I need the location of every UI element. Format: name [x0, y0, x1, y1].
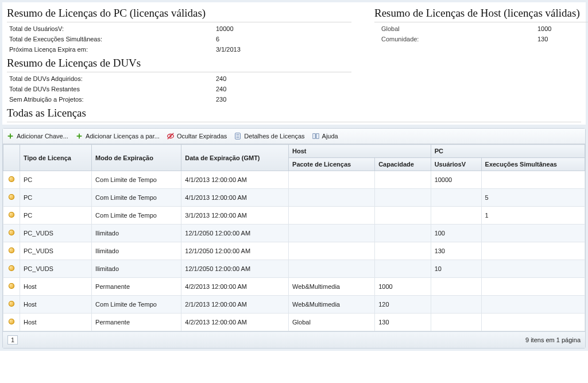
row-status-icon [3, 242, 20, 260]
cell-modo: Permanente [92, 278, 181, 296]
cell-usuarios: 10000 [431, 171, 481, 189]
help-label: Ajuda [322, 133, 338, 140]
cell-pacote [289, 189, 375, 207]
cell-pacote [289, 225, 375, 242]
col-data[interactable]: Data de Expiração (GMT) [181, 145, 289, 171]
cell-data: 12/1/2050 12:00:00 AM [181, 225, 289, 242]
row-status-icon [3, 278, 20, 296]
duv-summary-title: Resumo de Licenças de DUVs [7, 57, 351, 72]
cell-exec [481, 314, 585, 331]
table-row[interactable]: PC_VUDSIlimitado12/1/2050 12:00:00 AM130 [3, 242, 585, 260]
add-licenses-label: Adicionar Licenças a par... [86, 133, 160, 140]
svg-rect-1 [8, 136, 13, 137]
row-status-icon [3, 296, 20, 314]
col-exec[interactable]: Execuções Simultâneas [481, 158, 585, 171]
value: 230 [216, 96, 285, 103]
col-tipo[interactable]: Tipo de Licença [20, 145, 92, 171]
cell-capacidade [375, 207, 431, 225]
value: 6 [216, 36, 285, 42]
pc-summary-row: Total de UsuáriosV: 10000 [7, 24, 351, 34]
label: Total de UsuáriosV: [9, 25, 216, 32]
table-row[interactable]: PCCom Limite de Tempo3/1/2013 12:00:00 A… [3, 207, 585, 225]
cell-pacote [289, 260, 375, 278]
row-status-icon [3, 171, 20, 189]
cell-usuarios [431, 314, 481, 331]
cell-capacidade [375, 225, 431, 242]
cell-exec: 5 [481, 189, 585, 207]
duv-summary-row: Sem Atribuição a Projetos: 230 [7, 94, 351, 105]
cell-usuarios: 10 [431, 260, 481, 278]
cell-tipo: Host [20, 296, 92, 314]
pc-summary-row: Próxima Licença Expira em: 3/1/2013 [7, 44, 351, 55]
cell-tipo: PC [20, 171, 92, 189]
cell-data: 12/1/2050 12:00:00 AM [181, 242, 289, 260]
host-summary-row: Comunidade: 130 [374, 34, 588, 44]
cell-exec [481, 225, 585, 242]
details-button[interactable]: Detalhes de Licenças [234, 132, 304, 140]
cell-usuarios: 100 [431, 225, 481, 242]
row-status-icon [3, 207, 20, 225]
table-row[interactable]: PCCom Limite de Tempo4/1/2013 12:00:00 A… [3, 189, 585, 207]
cell-capacidade [375, 242, 431, 260]
cell-modo: Ilimitado [92, 260, 181, 278]
label: Total de DUVs Restantes [9, 86, 216, 92]
cell-pacote [289, 207, 375, 225]
cell-usuarios: 130 [431, 242, 481, 260]
col-capacidade[interactable]: Capacidade [375, 158, 431, 171]
table-row[interactable]: HostPermanente4/2/2013 12:00:00 AMWeb&Mu… [3, 278, 585, 296]
col-group-host: Host [289, 145, 431, 158]
pc-summary-title: Resumo de Licenças do PC (licenças válid… [7, 7, 351, 22]
cell-pacote: Web&Multimedia [289, 296, 375, 314]
cell-tipo: PC [20, 189, 92, 207]
cell-pacote: Web&Multimedia [289, 278, 375, 296]
pager-page-button[interactable]: 1 [7, 335, 18, 345]
host-summary-title: Resumo de Licenças de Host (licenças vál… [374, 7, 588, 22]
hide-expired-button[interactable]: Ocultar Expiradas [167, 132, 227, 140]
licenses-toolbar: Adicionar Chave... Adicionar Licenças a … [3, 129, 585, 144]
details-label: Detalhes de Licenças [244, 133, 304, 140]
cell-capacidade: 1000 [375, 278, 431, 296]
cell-exec: 1 [481, 207, 585, 225]
cell-usuarios [431, 278, 481, 296]
cell-modo: Com Limite de Tempo [92, 171, 181, 189]
cell-tipo: Host [20, 314, 92, 331]
add-key-button[interactable]: Adicionar Chave... [6, 132, 68, 140]
plus-icon [75, 132, 83, 140]
col-pacote[interactable]: Pacote de Licenças [289, 158, 375, 171]
cell-tipo: Host [20, 278, 92, 296]
col-usuarios[interactable]: UsuáriosV [431, 158, 481, 171]
cell-data: 2/1/2013 12:00:00 AM [181, 296, 289, 314]
cell-exec [481, 296, 585, 314]
row-status-icon [3, 260, 20, 278]
cell-data: 4/2/2013 12:00:00 AM [181, 278, 289, 296]
cell-tipo: PC_VUDS [20, 242, 92, 260]
document-icon [234, 132, 242, 140]
label: Sem Atribuição a Projetos: [9, 96, 216, 103]
table-row[interactable]: PC_VUDSIlimitado12/1/2050 12:00:00 AM10 [3, 260, 585, 278]
cell-data: 4/2/2013 12:00:00 AM [181, 314, 289, 331]
col-group-pc: PC [431, 145, 585, 158]
cell-data: 4/1/2013 12:00:00 AM [181, 189, 289, 207]
help-button[interactable]: Ajuda [312, 132, 338, 140]
cell-capacidade [375, 260, 431, 278]
all-licenses-title: Todas as Licenças [7, 107, 581, 122]
value: 240 [216, 75, 285, 82]
col-modo[interactable]: Modo de Expiração [92, 145, 181, 171]
book-icon [312, 132, 320, 140]
table-row[interactable]: HostCom Limite de Tempo2/1/2013 12:00:00… [3, 296, 585, 314]
eye-hide-icon [167, 132, 175, 140]
table-row[interactable]: PCCom Limite de Tempo4/1/2013 12:00:00 A… [3, 171, 585, 189]
cell-exec [481, 278, 585, 296]
cell-modo: Ilimitado [92, 242, 181, 260]
cell-tipo: PC_VUDS [20, 225, 92, 242]
cell-modo: Ilimitado [92, 225, 181, 242]
cell-pacote [289, 171, 375, 189]
cell-pacote: Global [289, 314, 375, 331]
table-row[interactable]: PC_VUDSIlimitado12/1/2050 12:00:00 AM100 [3, 225, 585, 242]
table-row[interactable]: HostPermanente4/2/2013 12:00:00 AMGlobal… [3, 314, 585, 331]
cell-usuarios [431, 296, 481, 314]
label: Global [377, 25, 537, 32]
add-licenses-button[interactable]: Adicionar Licenças a par... [75, 132, 160, 140]
svg-rect-3 [77, 136, 82, 137]
cell-exec [481, 260, 585, 278]
